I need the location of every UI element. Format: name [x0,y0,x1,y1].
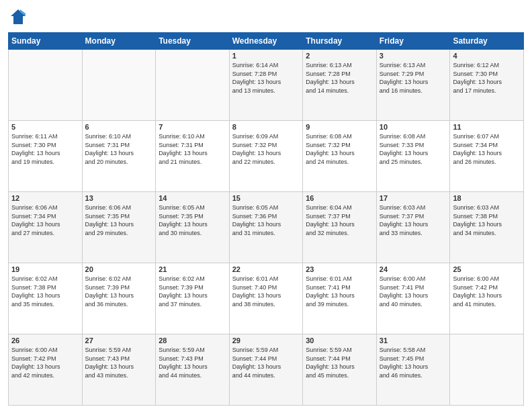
calendar-cell: 12Sunrise: 6:06 AMSunset: 7:34 PMDayligh… [9,192,83,263]
day-number: 4 [453,52,521,60]
calendar-cell: 5Sunrise: 6:11 AMSunset: 7:30 PMDaylight… [9,121,83,192]
weekday-header-monday: Monday [82,33,156,50]
day-number: 11 [453,123,521,131]
calendar-cell: 23Sunrise: 6:01 AMSunset: 7:41 PMDayligh… [303,263,377,334]
day-number: 5 [11,123,79,131]
day-info: Sunrise: 6:03 AMSunset: 7:37 PMDaylight:… [380,203,447,237]
day-info: Sunrise: 5:59 AMSunset: 7:44 PMDaylight:… [232,346,300,379]
day-number: 8 [232,123,300,131]
calendar-cell: 10Sunrise: 6:08 AMSunset: 7:33 PMDayligh… [376,121,450,192]
page: SundayMondayTuesdayWednesdayThursdayFrid… [0,0,532,411]
day-number: 3 [380,52,447,60]
calendar-cell: 28Sunrise: 5:59 AMSunset: 7:43 PMDayligh… [156,334,230,406]
day-number: 9 [306,123,373,131]
day-info: Sunrise: 6:08 AMSunset: 7:33 PMDaylight:… [380,132,447,166]
weekday-header-friday: Friday [376,33,450,50]
weekday-header-tuesday: Tuesday [156,33,230,50]
calendar-cell [450,334,524,406]
day-number: 21 [159,265,226,273]
calendar-cell: 9Sunrise: 6:08 AMSunset: 7:32 PMDaylight… [303,121,377,192]
day-info: Sunrise: 6:13 AMSunset: 7:28 PMDaylight:… [306,61,373,95]
calendar-cell: 19Sunrise: 6:02 AMSunset: 7:38 PMDayligh… [9,263,83,334]
day-info: Sunrise: 6:05 AMSunset: 7:36 PMDaylight:… [232,203,300,237]
day-info: Sunrise: 6:01 AMSunset: 7:41 PMDaylight:… [306,275,373,308]
day-number: 1 [232,52,300,60]
day-number: 19 [11,265,79,273]
day-number: 15 [232,194,300,202]
calendar-cell: 20Sunrise: 6:02 AMSunset: 7:39 PMDayligh… [82,263,156,334]
day-info: Sunrise: 6:00 AMSunset: 7:42 PMDaylight:… [11,346,79,379]
calendar-cell: 4Sunrise: 6:12 AMSunset: 7:30 PMDaylight… [450,50,524,121]
day-info: Sunrise: 6:06 AMSunset: 7:35 PMDaylight:… [85,203,153,237]
calendar-cell: 27Sunrise: 5:59 AMSunset: 7:43 PMDayligh… [82,334,156,406]
day-info: Sunrise: 6:05 AMSunset: 7:35 PMDaylight:… [159,203,226,237]
header [8,7,524,27]
calendar-cell: 31Sunrise: 5:58 AMSunset: 7:45 PMDayligh… [376,334,450,406]
calendar-cell: 26Sunrise: 6:00 AMSunset: 7:42 PMDayligh… [9,334,83,406]
day-info: Sunrise: 6:12 AMSunset: 7:30 PMDaylight:… [453,61,521,95]
day-info: Sunrise: 6:06 AMSunset: 7:34 PMDaylight:… [11,203,79,237]
day-number: 14 [159,194,226,202]
calendar-cell: 21Sunrise: 6:02 AMSunset: 7:39 PMDayligh… [156,263,230,334]
day-number: 18 [453,194,521,202]
day-info: Sunrise: 6:10 AMSunset: 7:31 PMDaylight:… [85,132,153,166]
calendar-cell: 24Sunrise: 6:00 AMSunset: 7:41 PMDayligh… [376,263,450,334]
day-info: Sunrise: 6:09 AMSunset: 7:32 PMDaylight:… [232,132,300,166]
calendar-cell: 13Sunrise: 6:06 AMSunset: 7:35 PMDayligh… [82,192,156,263]
calendar-cell [9,50,83,121]
day-number: 23 [306,265,373,273]
day-info: Sunrise: 6:10 AMSunset: 7:31 PMDaylight:… [159,132,226,166]
day-info: Sunrise: 6:04 AMSunset: 7:37 PMDaylight:… [306,203,373,237]
calendar-cell: 15Sunrise: 6:05 AMSunset: 7:36 PMDayligh… [229,192,303,263]
calendar-cell: 3Sunrise: 6:13 AMSunset: 7:29 PMDaylight… [376,50,450,121]
weekday-header-thursday: Thursday [303,33,377,50]
calendar-cell: 30Sunrise: 5:59 AMSunset: 7:44 PMDayligh… [303,334,377,406]
day-info: Sunrise: 6:07 AMSunset: 7:34 PMDaylight:… [453,132,521,166]
calendar-cell: 22Sunrise: 6:01 AMSunset: 7:40 PMDayligh… [229,263,303,334]
calendar-cell [156,50,230,121]
day-number: 12 [11,194,79,202]
day-info: Sunrise: 6:02 AMSunset: 7:39 PMDaylight:… [85,275,153,308]
day-number: 29 [232,336,300,345]
calendar-cell: 29Sunrise: 5:59 AMSunset: 7:44 PMDayligh… [229,334,303,406]
logo-icon [8,7,28,27]
day-info: Sunrise: 6:03 AMSunset: 7:38 PMDaylight:… [453,203,521,237]
day-info: Sunrise: 6:14 AMSunset: 7:28 PMDaylight:… [232,61,300,95]
calendar-cell: 16Sunrise: 6:04 AMSunset: 7:37 PMDayligh… [303,192,377,263]
day-info: Sunrise: 5:59 AMSunset: 7:43 PMDaylight:… [85,346,153,379]
calendar-cell: 2Sunrise: 6:13 AMSunset: 7:28 PMDaylight… [303,50,377,121]
calendar-cell: 1Sunrise: 6:14 AMSunset: 7:28 PMDaylight… [229,50,303,121]
calendar-cell: 25Sunrise: 6:00 AMSunset: 7:42 PMDayligh… [450,263,524,334]
day-number: 13 [85,194,153,202]
svg-marker-0 [11,9,26,24]
calendar-cell: 18Sunrise: 6:03 AMSunset: 7:38 PMDayligh… [450,192,524,263]
weekday-header-saturday: Saturday [450,33,524,50]
day-info: Sunrise: 5:58 AMSunset: 7:45 PMDaylight:… [380,346,447,379]
calendar-cell: 11Sunrise: 6:07 AMSunset: 7:34 PMDayligh… [450,121,524,192]
day-number: 28 [159,336,226,345]
day-info: Sunrise: 6:02 AMSunset: 7:39 PMDaylight:… [159,275,226,308]
day-info: Sunrise: 6:01 AMSunset: 7:40 PMDaylight:… [232,275,300,308]
calendar-cell: 8Sunrise: 6:09 AMSunset: 7:32 PMDaylight… [229,121,303,192]
day-number: 7 [159,123,226,131]
weekday-header-sunday: Sunday [9,33,83,50]
day-number: 16 [306,194,373,202]
day-info: Sunrise: 6:00 AMSunset: 7:42 PMDaylight:… [453,275,521,308]
day-number: 27 [85,336,153,345]
day-number: 20 [85,265,153,273]
day-info: Sunrise: 6:00 AMSunset: 7:41 PMDaylight:… [380,275,447,308]
day-info: Sunrise: 5:59 AMSunset: 7:43 PMDaylight:… [159,346,226,379]
calendar-cell: 7Sunrise: 6:10 AMSunset: 7:31 PMDaylight… [156,121,230,192]
day-number: 2 [306,52,373,60]
day-number: 30 [306,336,373,345]
weekday-header-wednesday: Wednesday [229,33,303,50]
day-number: 24 [380,265,447,273]
day-info: Sunrise: 5:59 AMSunset: 7:44 PMDaylight:… [306,346,373,379]
logo [8,7,31,27]
day-number: 25 [453,265,521,273]
calendar-cell: 14Sunrise: 6:05 AMSunset: 7:35 PMDayligh… [156,192,230,263]
calendar-cell: 17Sunrise: 6:03 AMSunset: 7:37 PMDayligh… [376,192,450,263]
day-number: 22 [232,265,300,273]
day-info: Sunrise: 6:08 AMSunset: 7:32 PMDaylight:… [306,132,373,166]
day-number: 31 [380,336,447,345]
